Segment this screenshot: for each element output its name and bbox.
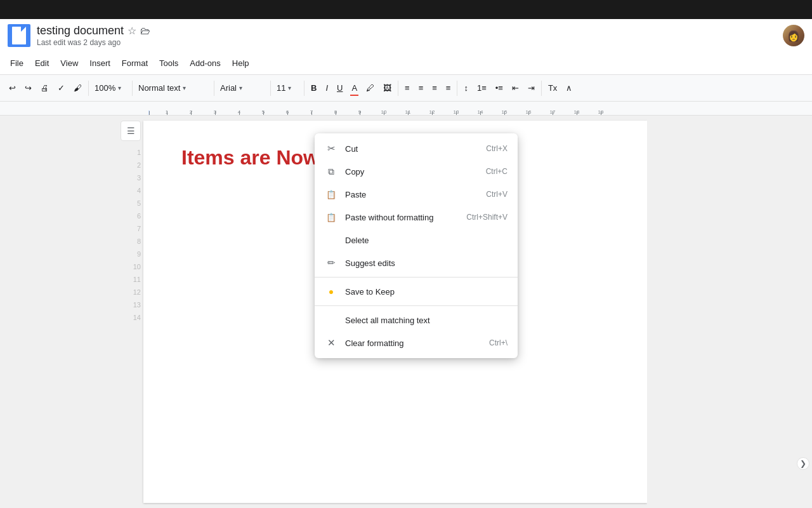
zoom-value: 100% [95,83,115,93]
indent-decrease-button[interactable]: ⇤ [508,78,523,98]
context-menu-delete[interactable]: Delete [315,229,518,251]
select-matching-label: Select all matching text [345,316,500,325]
align-right-button[interactable]: ≡ [428,78,441,98]
paste-plain-icon: 📋 [325,213,337,222]
indent-increase-button[interactable]: ⇥ [524,78,539,98]
toolbar-separator-8 [541,81,542,96]
toolbar-separator-2 [132,81,133,96]
size-select[interactable]: 11 ▾ [273,79,301,97]
menu-addons[interactable]: Add-ons [185,56,225,70]
context-menu-cut[interactable]: Cut Ctrl+X [315,137,518,160]
suggest-label: Suggest edits [345,258,500,268]
ruler-mark-6: 6 [275,109,299,115]
print-button[interactable]: 🖨 [37,78,53,98]
ruler-mark-8: 8 [324,109,348,115]
italic-button[interactable]: I [322,78,332,98]
menu-tools[interactable]: Tools [154,56,183,70]
zoom-select[interactable]: 100% ▾ [91,79,129,97]
bold-button[interactable]: B [307,78,320,98]
paste-plain-shortcut: Ctrl+Shift+V [466,213,508,222]
cut-shortcut: Ctrl+X [486,144,508,153]
ruler: | 1 2 3 4 5 6 7 8 9 10 11 12 13 14 15 16… [0,102,812,116]
right-panel: ❯ [647,116,812,508]
menu-help[interactable]: Help [227,56,254,70]
numberedlist-button[interactable]: 1≡ [473,78,490,98]
document-page[interactable]: Items are Now Removed Cut Ctrl+X ⧉ Copy … [143,121,647,503]
toolbar-separator-3 [214,81,214,96]
linespacing-button[interactable]: ↕ [460,78,472,98]
undo-button[interactable]: ↩ [5,78,20,98]
textcolor-button[interactable]: A [348,78,361,98]
main-area: ☰ 1 2 3 4 5 6 7 8 9 10 11 12 13 14 Items… [0,116,812,508]
spellcheck-button[interactable]: ✓ [54,78,69,98]
line-4: 4 [137,184,141,197]
clear-formatting-icon [325,337,337,349]
align-center-button[interactable]: ≡ [415,78,428,98]
title-name-row: testing document ☆ 🗁 [37,24,776,37]
context-menu-suggest[interactable]: Suggest edits [315,251,518,274]
context-menu-paste-plain[interactable]: 📋 Paste without formatting Ctrl+Shift+V [315,206,518,229]
cut-label: Cut [345,144,478,154]
toolbar-separator-4 [270,81,271,96]
menu-file[interactable]: File [5,56,29,70]
toolbar-separator-7 [457,81,457,96]
size-caret: ▾ [288,84,291,91]
toolbar-separator-6 [398,81,398,96]
font-select[interactable]: Arial ▾ [217,79,268,97]
copy-label: Copy [345,167,478,177]
bulletlist-button[interactable]: •≡ [492,78,507,98]
context-menu-paste[interactable]: 📋 Paste Ctrl+V [315,183,518,206]
line-7: 7 [137,222,141,235]
menu-format[interactable]: Format [117,56,153,70]
paintformat-button[interactable]: 🖌 [70,78,86,98]
outline-button[interactable]: ☰ [121,121,141,141]
underline-button[interactable]: U [333,78,346,98]
title-bar: testing document ☆ 🗁 Last edit was 2 day… [0,19,812,52]
line-1: 1 [137,146,141,159]
zoom-caret: ▾ [118,84,121,91]
avatar-image: 👩 [783,25,804,46]
context-menu-keep[interactable]: ● Save to Keep [315,280,518,303]
star-icon[interactable]: ☆ [128,25,136,37]
line-12: 12 [133,286,141,298]
clearformat-button[interactable]: Tx [544,78,561,98]
style-caret: ▾ [183,84,186,91]
avatar[interactable]: 👩 [783,25,804,46]
top-bar [0,0,812,19]
context-menu-divider-1 [315,277,518,277]
highlight-button[interactable]: 🖊 [362,78,378,98]
folder-icon[interactable]: 🗁 [140,25,150,37]
last-edit-label: Last edit was 2 days ago [37,38,776,47]
context-menu-copy[interactable]: ⧉ Copy Ctrl+C [315,160,518,183]
document-title[interactable]: testing document [37,24,124,37]
menu-bar: File Edit View Insert Format Tools Add-o… [0,52,812,75]
align-left-button[interactable]: ≡ [401,78,414,98]
menu-insert[interactable]: Insert [84,56,115,70]
doc-icon-graphic [12,27,26,44]
context-menu-clear-formatting[interactable]: Clear formatting Ctrl+\ [315,331,518,354]
textcolor-indicator [350,95,358,96]
context-menu: Cut Ctrl+X ⧉ Copy Ctrl+C 📋 Paste Ctrl+V … [315,133,518,358]
more-button[interactable]: ∧ [562,78,576,98]
image-button[interactable]: 🖼 [379,78,395,98]
redo-button[interactable]: ↪ [21,78,36,98]
paste-icon: 📋 [325,190,337,199]
paste-shortcut: Ctrl+V [486,190,508,199]
menu-view[interactable]: View [55,56,83,70]
context-menu-select-matching[interactable]: Select all matching text [315,309,518,331]
copy-icon: ⧉ [325,166,337,177]
context-menu-divider-2 [315,305,518,306]
ruler-mark-18: 18 [565,109,589,115]
cut-icon [325,143,337,154]
style-select[interactable]: Normal text ▾ [135,79,211,97]
align-justify-button[interactable]: ≡ [442,78,455,98]
ruler-mark-12: 12 [420,109,444,115]
line-3: 3 [137,171,141,184]
scroll-hint[interactable]: ❯ [797,457,809,470]
ruler-mark-2: 2 [179,109,203,115]
suggest-icon [325,257,337,269]
ruler-mark-14: 14 [468,109,492,115]
ruler-mark-13: 13 [444,109,468,115]
menu-edit[interactable]: Edit [30,56,54,70]
font-caret: ▾ [239,84,242,91]
